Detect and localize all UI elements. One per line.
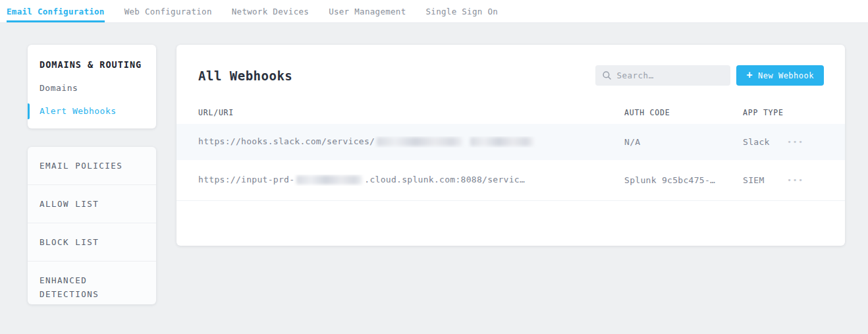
tab-web-configuration[interactable]: Web Configuration <box>124 0 212 22</box>
webhooks-panel: All Webhooks + New Webhook URL/URI AUTH … <box>176 45 845 246</box>
redacted-text <box>470 137 533 146</box>
plus-icon: + <box>746 70 753 80</box>
table-header-row: URL/URI AUTH CODE APP TYPE <box>176 108 845 117</box>
tab-user-management[interactable]: User Management <box>329 0 406 22</box>
webhook-url: https://input-prd-.cloud.splunk.com:8088… <box>198 175 624 186</box>
header-actions: + New Webhook <box>595 65 824 86</box>
url-prefix: https://hooks.slack.com/services/ <box>198 136 375 146</box>
auth-code: N/A <box>624 137 743 147</box>
row-menu-icon[interactable]: ••• <box>787 138 804 146</box>
active-indicator-bar <box>28 103 30 119</box>
auth-code: Splunk 9c5bc475-… <box>624 175 743 185</box>
url-prefix: https://input-prd- <box>198 175 294 184</box>
domains-routing-title: DOMAINS & ROUTING <box>40 59 144 70</box>
row-menu-icon[interactable]: ••• <box>787 176 804 184</box>
column-header-auth-code: AUTH CODE <box>624 108 743 117</box>
sidebar-item-alert-webhooks[interactable]: Alert Webhooks <box>40 105 144 117</box>
app-type: Slack <box>743 137 770 147</box>
sidebar-item-label: Alert Webhooks <box>40 106 117 116</box>
email-sections-card: EMAIL POLICIES ALLOW LIST BLOCK LIST ENH… <box>28 147 156 304</box>
webhook-url: https://hooks.slack.com/services/ <box>198 136 624 148</box>
url-suffix: .cloud.splunk.com:8088/servic… <box>364 175 525 184</box>
search-icon <box>603 71 611 80</box>
column-header-app-type: APP TYPE <box>743 108 824 117</box>
app-type: SIEM <box>743 175 765 185</box>
sidebar-item-enhanced-detections[interactable]: ENHANCED DETECTIONS <box>28 261 156 304</box>
tab-network-devices[interactable]: Network Devices <box>232 0 309 22</box>
tab-email-configuration[interactable]: Email Configuration <box>7 0 105 22</box>
new-webhook-button[interactable]: + New Webhook <box>736 65 824 86</box>
page-title: All Webhooks <box>198 69 292 83</box>
table-row[interactable]: https://input-prd-.cloud.splunk.com:8088… <box>176 160 845 201</box>
redacted-text <box>296 175 362 184</box>
redacted-text <box>377 137 462 146</box>
new-webhook-label: New Webhook <box>758 71 814 80</box>
table-row[interactable]: https://hooks.slack.com/services/ N/A Sl… <box>176 124 845 160</box>
panel-header: All Webhooks + New Webhook <box>176 45 845 88</box>
tab-single-sign-on[interactable]: Single Sign On <box>426 0 499 22</box>
sidebar-item-block-list[interactable]: BLOCK LIST <box>28 223 156 261</box>
sidebar-item-email-policies[interactable]: EMAIL POLICIES <box>28 147 156 184</box>
domains-routing-card: DOMAINS & ROUTING Domains Alert Webhooks <box>28 45 156 128</box>
top-navigation: Email Configuration Web Configuration Ne… <box>0 0 868 23</box>
sidebar-item-domains[interactable]: Domains <box>40 82 144 94</box>
column-header-url: URL/URI <box>198 108 624 117</box>
search-box[interactable] <box>595 65 730 86</box>
search-input[interactable] <box>616 70 723 80</box>
sidebar-item-allow-list[interactable]: ALLOW LIST <box>28 184 156 223</box>
